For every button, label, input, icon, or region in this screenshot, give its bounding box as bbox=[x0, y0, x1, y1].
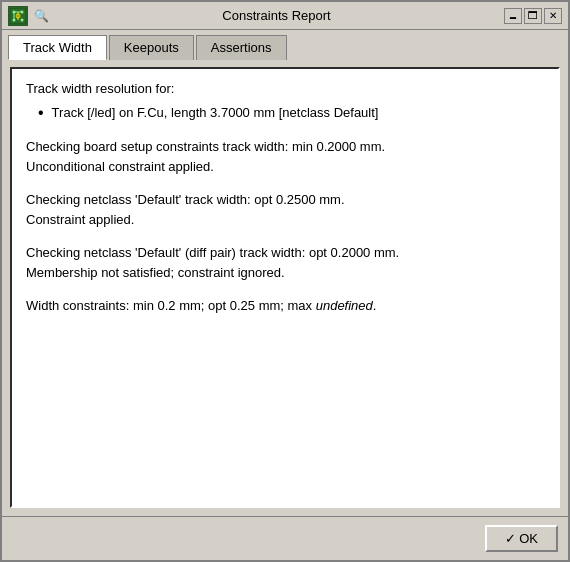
tabs-bar: Track Width Keepouts Assertions bbox=[2, 30, 568, 59]
summary-prefix: Width constraints: min 0.2 mm; opt 0.25 … bbox=[26, 298, 316, 313]
report-box: Track width resolution for: • Track [/le… bbox=[10, 67, 560, 508]
summary-italic: undefined bbox=[316, 298, 373, 313]
bullet-symbol: • bbox=[38, 103, 44, 124]
bullet-item: • Track [/led] on F.Cu, length 3.7000 mm… bbox=[38, 103, 544, 124]
section1-line1: Checking board setup constraints track w… bbox=[26, 137, 544, 157]
tab-track-width[interactable]: Track Width bbox=[8, 35, 107, 60]
footer: ✓ OK bbox=[2, 516, 568, 560]
close-button[interactable]: ✕ bbox=[544, 8, 562, 24]
section1-line2: Unconditional constraint applied. bbox=[26, 157, 544, 177]
magnify-icon: 🔍 bbox=[34, 9, 49, 23]
bullet-text: Track [/led] on F.Cu, length 3.7000 mm [… bbox=[52, 103, 379, 123]
title-bar: 🔍 Constraints Report 🗕 🗖 ✕ bbox=[2, 2, 568, 30]
minimize-button[interactable]: 🗕 bbox=[504, 8, 522, 24]
section3-line1: Checking netclass 'Default' (diff pair) … bbox=[26, 243, 544, 263]
report-header-section: Track width resolution for: • Track [/le… bbox=[26, 79, 544, 123]
report-section-3: Checking netclass 'Default' (diff pair) … bbox=[26, 243, 544, 282]
title-bar-controls: 🗕 🗖 ✕ bbox=[504, 8, 562, 24]
tab-assertions[interactable]: Assertions bbox=[196, 35, 287, 60]
title-bar-left: 🔍 bbox=[8, 6, 49, 26]
section3-line2: Membership not satisfied; constraint ign… bbox=[26, 263, 544, 283]
report-section-1: Checking board setup constraints track w… bbox=[26, 137, 544, 176]
section2-line1: Checking netclass 'Default' track width:… bbox=[26, 190, 544, 210]
main-window: 🔍 Constraints Report 🗕 🗖 ✕ Track Width K… bbox=[0, 0, 570, 562]
window-title: Constraints Report bbox=[222, 8, 330, 23]
summary-text: Width constraints: min 0.2 mm; opt 0.25 … bbox=[26, 296, 544, 316]
app-icon bbox=[8, 6, 28, 26]
title-bar-center: Constraints Report bbox=[49, 8, 504, 23]
maximize-button[interactable]: 🗖 bbox=[524, 8, 542, 24]
report-summary: Width constraints: min 0.2 mm; opt 0.25 … bbox=[26, 296, 544, 316]
summary-suffix: . bbox=[373, 298, 377, 313]
tab-keepouts[interactable]: Keepouts bbox=[109, 35, 194, 60]
svg-point-4 bbox=[21, 18, 24, 21]
report-header: Track width resolution for: bbox=[26, 79, 544, 99]
section2-line2: Constraint applied. bbox=[26, 210, 544, 230]
ok-button[interactable]: ✓ OK bbox=[485, 525, 558, 552]
report-section-2: Checking netclass 'Default' track width:… bbox=[26, 190, 544, 229]
content-area: Track width resolution for: • Track [/le… bbox=[2, 59, 568, 516]
